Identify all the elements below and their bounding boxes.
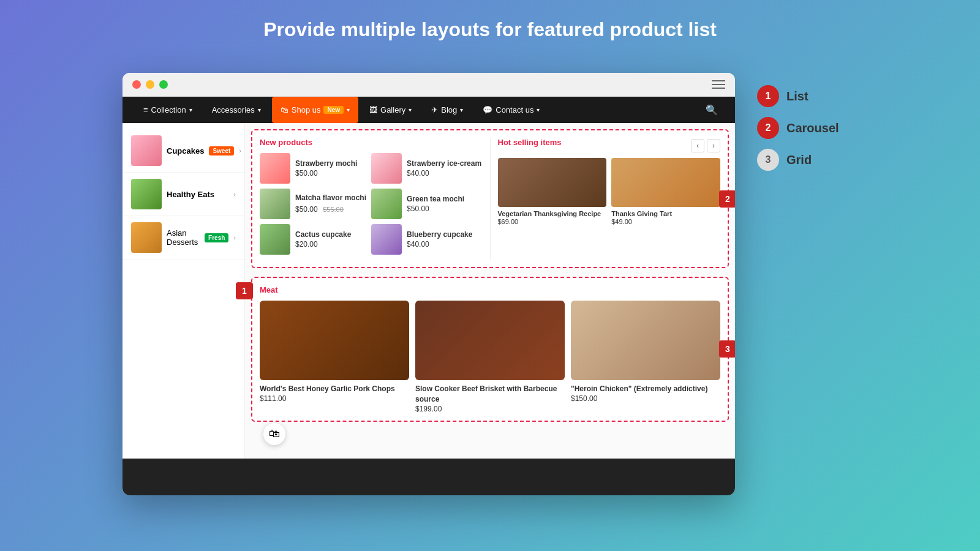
product-info: Strawberry ice-cream $40.00 <box>407 159 481 178</box>
product-price-row: $50.00 $55.00 <box>295 203 366 214</box>
right-content: New products Strawberry mochi $50.00 <box>245 123 735 459</box>
left-sidebar: Cupcakes Sweet › Healthy Eats › Asian De… <box>123 123 245 459</box>
pork-img <box>260 301 409 380</box>
nav-item-collection[interactable]: ≡ Collection ▾ <box>135 97 201 123</box>
menu-icon: ≡ <box>143 105 148 114</box>
page-heading-container: Provide multiple layouts for featured pr… <box>263 18 717 58</box>
hot-item[interactable]: Vegetarian Thanksgiving Recipe $69.00 <box>498 158 607 225</box>
new-products-title: New products <box>260 138 483 147</box>
fresh-tag: Fresh <box>205 233 228 242</box>
nav-item-blog[interactable]: ✈ Blog ▾ <box>423 97 472 123</box>
chevron-down-icon-shop: ▾ <box>347 107 350 113</box>
label-badge-3: 3 <box>719 340 735 358</box>
product-name: Cactus cupcake <box>295 230 351 240</box>
nav-item-shop[interactable]: 🛍 Shop us New ▾ <box>272 97 358 123</box>
product-price-old: $55.00 <box>323 206 344 213</box>
search-icon[interactable]: 🔍 <box>701 99 723 121</box>
sidebar-arrow-1: › <box>239 147 241 154</box>
meat-item-price: $150.00 <box>571 394 720 403</box>
hot-item-price: $49.00 <box>611 218 720 225</box>
layout-label-list: List <box>786 89 809 103</box>
product-name: Matcha flavor mochi <box>295 193 366 203</box>
sidebar-healthy-label: Healthy Eats <box>167 190 214 199</box>
shopify-badge[interactable]: 🛍 <box>263 423 285 445</box>
nav-bar: ≡ Collection ▾ Accessories ▾ 🛍 Shop us N… <box>123 97 735 123</box>
hot-selling-col: Hot selling items ‹ › Vegetarian Thanksg… <box>490 138 721 260</box>
product-name: Strawberry mochi <box>295 159 357 169</box>
layout-num-3: 3 <box>757 149 779 171</box>
list-item[interactable]: Matcha flavor mochi $50.00 $55.00 <box>260 189 366 219</box>
asian-thumb <box>131 222 162 253</box>
hot-selling-nav: ‹ › <box>691 139 720 152</box>
layout-option-list[interactable]: 1 List <box>757 85 848 107</box>
product-info: Cactus cupcake $20.00 <box>295 230 351 249</box>
new-products-col: New products Strawberry mochi $50.00 <box>260 138 483 260</box>
hamburger-icon[interactable] <box>712 80 725 89</box>
nav-item-contact[interactable]: 💬 Contact us ▾ <box>474 97 548 123</box>
meat-grid: World's Best Honey Garlic Pork Chops $11… <box>260 301 720 413</box>
meat-section: Meat World's Best Honey Garlic Pork Chop… <box>251 277 729 422</box>
layout-option-carousel[interactable]: 2 Carousel <box>757 117 848 139</box>
meat-item[interactable]: Slow Cooker Beef Brisket with Barbecue s… <box>415 301 565 413</box>
new-products-right: Strawberry ice-cream $40.00 Green tea mo… <box>371 153 481 260</box>
nav-label-accessories: Accessories <box>212 105 255 114</box>
sidebar-arrow-3: › <box>233 234 236 241</box>
prev-button[interactable]: ‹ <box>691 139 704 152</box>
bottom-bar <box>123 459 735 495</box>
sidebar-item-healthy[interactable]: Healthy Eats › <box>123 173 244 216</box>
sweet-tag: Sweet <box>209 146 234 156</box>
chevron-down-icon-gal: ▾ <box>409 107 412 113</box>
close-dot[interactable] <box>132 80 141 89</box>
product-name: Strawberry ice-cream <box>407 159 481 169</box>
chevron-down-icon-contact: ▾ <box>537 107 540 113</box>
nav-item-accessories[interactable]: Accessories ▾ <box>203 97 270 123</box>
blueberry-thumb <box>371 224 402 255</box>
product-price: $20.00 <box>295 240 351 249</box>
list-item[interactable]: Cactus cupcake $20.00 <box>260 224 366 255</box>
chevron-down-icon-acc: ▾ <box>258 107 261 113</box>
shop-icon: 🛍 <box>281 105 288 114</box>
hot-item-price: $69.00 <box>498 218 607 225</box>
label-badge-1: 1 <box>236 282 253 299</box>
sidebar-item-asian[interactable]: Asian Desserts Fresh › <box>123 216 244 260</box>
browser-chrome <box>123 73 735 97</box>
nav-label-gallery: Gallery <box>380 105 405 114</box>
nav-label-collection: Collection <box>151 105 186 114</box>
list-item[interactable]: Strawberry ice-cream $40.00 <box>371 153 481 184</box>
page-title: Provide multiple layouts for featured pr… <box>263 18 717 41</box>
sidebar-item-cupcakes[interactable]: Cupcakes Sweet › <box>123 129 244 173</box>
layout-label-carousel: Carousel <box>786 121 839 135</box>
product-price: $50.00 <box>295 205 318 214</box>
strawberry-mochi-thumb <box>260 153 290 184</box>
new-products-left: Strawberry mochi $50.00 Matcha flavor mo… <box>260 153 366 260</box>
list-item[interactable]: Blueberry cupcake $40.00 <box>371 224 481 255</box>
contact-icon: 💬 <box>483 105 492 114</box>
brisket-img <box>415 301 565 380</box>
next-button[interactable]: › <box>707 139 720 152</box>
thanksgiving-img <box>498 158 607 207</box>
meat-item[interactable]: "Heroin Chicken" (Extremely addictive) $… <box>571 301 720 413</box>
tart-img <box>611 158 720 207</box>
hot-item[interactable]: Thanks Giving Tart $49.00 <box>611 158 720 225</box>
hot-selling-grid: Vegetarian Thanksgiving Recipe $69.00 Th… <box>498 158 721 225</box>
chevron-down-icon: ▾ <box>189 107 192 113</box>
hot-item-name: Thanks Giving Tart <box>611 209 720 218</box>
product-price: $50.00 <box>295 169 357 178</box>
product-info: Matcha flavor mochi $50.00 $55.00 <box>295 193 366 214</box>
minimize-dot[interactable] <box>146 80 154 89</box>
product-price: $40.00 <box>407 240 472 249</box>
product-info: Blueberry cupcake $40.00 <box>407 230 472 249</box>
product-name: Blueberry cupcake <box>407 230 472 240</box>
green-tea-thumb <box>371 189 402 219</box>
layout-option-grid[interactable]: 3 Grid <box>757 149 848 171</box>
list-item[interactable]: Strawberry mochi $50.00 <box>260 153 366 184</box>
meat-item[interactable]: World's Best Honey Garlic Pork Chops $11… <box>260 301 409 413</box>
layout-num-2: 2 <box>757 117 779 139</box>
gallery-icon: 🖼 <box>369 105 377 114</box>
list-item[interactable]: Green tea mochi $50.00 <box>371 189 481 219</box>
new-products-grid: Strawberry mochi $50.00 Matcha flavor mo… <box>260 153 483 260</box>
maximize-dot[interactable] <box>159 80 168 89</box>
blog-icon: ✈ <box>431 105 438 114</box>
product-price: $40.00 <box>407 169 481 178</box>
nav-item-gallery[interactable]: 🖼 Gallery ▾ <box>361 97 420 123</box>
